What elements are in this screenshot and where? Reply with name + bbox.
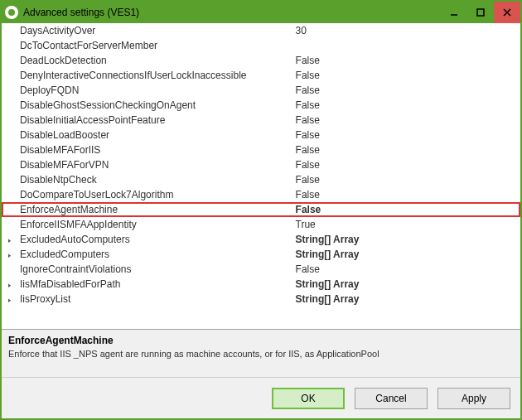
property-row[interactable]: DoCompareToUserLock7AlgorithmFalse [2,187,520,202]
expander-icon [2,202,17,217]
expander-icon [2,38,17,53]
property-value[interactable] [292,38,520,53]
property-row[interactable]: DeadLockDetectionFalse [2,53,520,68]
apply-button[interactable]: Apply [437,388,510,409]
property-value[interactable]: False [292,262,520,277]
property-name: IisProxyList [17,292,292,307]
property-row[interactable]: IgnoreContraintViolationsFalse [2,262,520,277]
property-row[interactable]: DeployFQDNFalse [2,83,520,98]
property-name: DaysActivityOver [17,23,292,38]
expander-icon [2,262,17,277]
expander-icon[interactable] [2,292,17,307]
property-value[interactable]: String[] Array [292,292,520,307]
property-value[interactable]: False [292,53,520,68]
property-value[interactable]: True [292,217,520,232]
description-title: EnforceAgentMachine [8,335,514,346]
cancel-button[interactable]: Cancel [355,388,428,409]
property-row[interactable]: EnforceIISMFAAppIdentityTrue [2,217,520,232]
expander-icon [2,172,17,187]
property-value[interactable]: False [292,142,520,157]
property-name: EnforceAgentMachine [17,202,292,217]
property-value[interactable]: String[] Array [292,232,520,247]
expander-icon[interactable] [2,232,17,247]
property-row[interactable]: DenyInteractiveConnectionsIfUserLockInac… [2,68,520,83]
property-name: DisableMFAForVPN [17,157,292,172]
property-name: DeployFQDN [17,83,292,98]
maximize-button[interactable] [467,2,494,23]
window-buttons [441,2,520,23]
ok-button[interactable]: OK [272,388,345,409]
property-row[interactable]: ExcludedAutoComputersString[] Array [2,232,520,247]
property-name: DisableNtpCheck [17,172,292,187]
expander-icon [2,23,17,38]
expander-icon [2,83,17,98]
expander-icon[interactable] [2,277,17,292]
property-name: IgnoreContraintViolations [17,262,292,277]
expander-icon [2,128,17,142]
property-row[interactable]: ExcludedComputersString[] Array [2,247,520,262]
property-row[interactable]: DisableNtpCheckFalse [2,172,520,187]
expander-icon [2,142,17,157]
expander-icon [2,98,17,113]
property-value[interactable]: False [292,128,520,142]
property-row[interactable]: DisableMFAForIISFalse [2,142,520,157]
property-name: DoCompareToUserLock7Algorithm [17,187,292,202]
property-name: DenyInteractiveConnectionsIfUserLockInac… [17,68,292,83]
button-bar: OK Cancel Apply [2,377,520,418]
property-grid[interactable]: DaysActivityOver30DcToContactForServerMe… [2,23,520,329]
property-value[interactable]: False [292,113,520,128]
property-value[interactable]: False [292,98,520,113]
property-value[interactable]: False [292,68,520,83]
property-name: IisMfaDisabledForPath [17,277,292,292]
property-row[interactable]: IisMfaDisabledForPathString[] Array [2,277,520,292]
property-row[interactable]: DisableInitialAccessPointFeatureFalse [2,113,520,128]
property-value[interactable]: False [292,202,520,217]
expander-icon [2,157,17,172]
property-name: DisableLoadBooster [17,128,292,142]
property-row[interactable]: IisProxyListString[] Array [2,292,520,307]
property-name: DcToContactForServerMember [17,38,292,53]
app-icon [5,6,18,19]
description-panel: EnforceAgentMachine Enforce that IIS _NP… [2,329,520,377]
property-value[interactable]: False [292,157,520,172]
minimize-button[interactable] [441,2,467,23]
property-value[interactable]: String[] Array [292,247,520,262]
expander-icon [2,217,17,232]
expander-icon [2,113,17,128]
expander-icon [2,187,17,202]
property-name: DisableMFAForIIS [17,142,292,157]
property-name: ExcludedAutoComputers [17,232,292,247]
expander-icon[interactable] [2,247,17,262]
titlebar: Advanced settings (VES1) [2,2,520,23]
property-name: ExcludedComputers [17,247,292,262]
property-row[interactable]: DisableGhostSessionCheckingOnAgentFalse [2,98,520,113]
expander-icon [2,68,17,83]
description-text: Enforce that IIS _NPS agent are running … [8,349,514,359]
property-name: DeadLockDetection [17,53,292,68]
property-value[interactable]: False [292,172,520,187]
property-value[interactable]: String[] Array [292,277,520,292]
property-row[interactable]: DaysActivityOver30 [2,23,520,38]
property-value[interactable]: 30 [292,23,520,38]
property-name: EnforceIISMFAAppIdentity [17,217,292,232]
close-button[interactable] [494,2,520,23]
property-row[interactable]: DisableMFAForVPNFalse [2,157,520,172]
property-value[interactable]: False [292,83,520,98]
window-title: Advanced settings (VES1) [23,7,441,18]
property-row[interactable]: EnforceAgentMachineFalse [2,202,520,217]
property-row[interactable]: DcToContactForServerMember [2,38,520,53]
property-name: DisableGhostSessionCheckingOnAgent [17,98,292,113]
expander-icon [2,53,17,68]
property-name: DisableInitialAccessPointFeature [17,113,292,128]
svg-rect-1 [477,9,484,16]
property-value[interactable]: False [292,187,520,202]
property-row[interactable]: DisableLoadBoosterFalse [2,128,520,142]
